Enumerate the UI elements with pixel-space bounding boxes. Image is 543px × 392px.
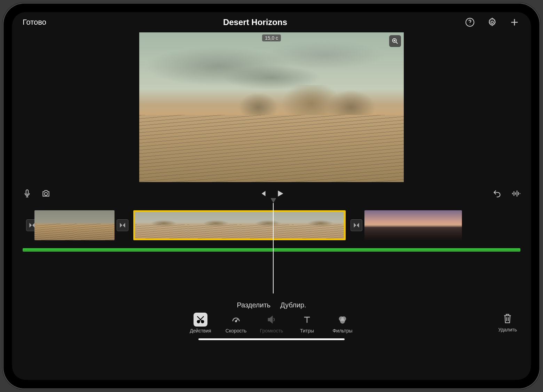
playhead[interactable] — [273, 203, 274, 293]
text-icon — [300, 313, 314, 327]
tool-label: Скорость — [226, 328, 246, 334]
home-indicator[interactable] — [198, 338, 345, 340]
microphone-icon[interactable] — [23, 189, 32, 199]
svg-point-9 — [45, 193, 48, 196]
undo-icon[interactable] — [493, 189, 502, 199]
tool-filters[interactable]: Фильтры — [329, 313, 356, 334]
clip-duration-badge: 15,0 с — [262, 34, 281, 41]
timeline[interactable] — [12, 203, 531, 293]
speaker-icon — [265, 313, 278, 327]
topbar-right-group — [464, 16, 520, 28]
tool-label: Удалить — [498, 327, 517, 332]
skip-start-icon[interactable] — [258, 189, 267, 199]
timeline-clip[interactable] — [364, 210, 462, 240]
split-button[interactable]: Разделить — [237, 301, 270, 309]
delete-button[interactable]: Удалить — [498, 313, 517, 332]
play-icon[interactable] — [276, 189, 285, 199]
tool-actions[interactable]: Действия — [187, 313, 214, 334]
svg-line-6 — [396, 42, 398, 44]
svg-point-1 — [470, 24, 470, 25]
video-track — [12, 209, 531, 241]
project-title: Desert Horizons — [46, 17, 464, 27]
tool-label: Фильтры — [332, 328, 352, 334]
duplicate-button[interactable]: Дублир. — [280, 301, 306, 309]
video-preview[interactable]: 15,0 с — [139, 32, 404, 182]
zoom-in-icon[interactable] — [389, 35, 401, 47]
filters-icon — [336, 313, 349, 327]
audio-track[interactable] — [23, 248, 520, 252]
plus-icon[interactable] — [509, 16, 520, 28]
help-icon[interactable] — [464, 16, 476, 28]
tool-titles[interactable]: Титры — [293, 313, 321, 334]
bottom-toolbar: Действия Скорость Громкость Титры — [12, 313, 531, 334]
app-screen: Готово Desert Horizons 15,0 с — [12, 12, 531, 380]
trash-icon — [502, 313, 513, 326]
waveform-icon[interactable] — [511, 189, 520, 199]
svg-point-20 — [235, 321, 237, 322]
preview-area: 15,0 с — [12, 32, 531, 186]
done-button[interactable]: Готово — [23, 18, 46, 27]
tool-volume: Громкость — [258, 313, 285, 334]
scissors-icon — [194, 313, 207, 327]
transport-bar — [12, 186, 531, 203]
tool-label: Громкость — [260, 328, 283, 334]
gear-icon[interactable] — [486, 16, 498, 28]
clip-actions-row: Разделить Дублир. — [12, 301, 531, 309]
tool-label: Действия — [190, 328, 211, 334]
tool-speed[interactable]: Скорость — [222, 313, 250, 334]
ipad-device-frame: Готово Desert Horizons 15,0 с — [3, 3, 540, 389]
transition-icon[interactable] — [117, 219, 128, 231]
transition-icon[interactable] — [351, 219, 362, 231]
top-bar: Готово Desert Horizons — [12, 12, 531, 32]
timeline-clip[interactable] — [34, 210, 115, 240]
svg-point-23 — [340, 319, 345, 324]
svg-point-2 — [491, 21, 494, 24]
tool-label: Титры — [300, 328, 314, 334]
gauge-icon — [229, 313, 243, 327]
timeline-clip-selected[interactable] — [133, 210, 346, 240]
camera-icon[interactable] — [41, 189, 50, 199]
